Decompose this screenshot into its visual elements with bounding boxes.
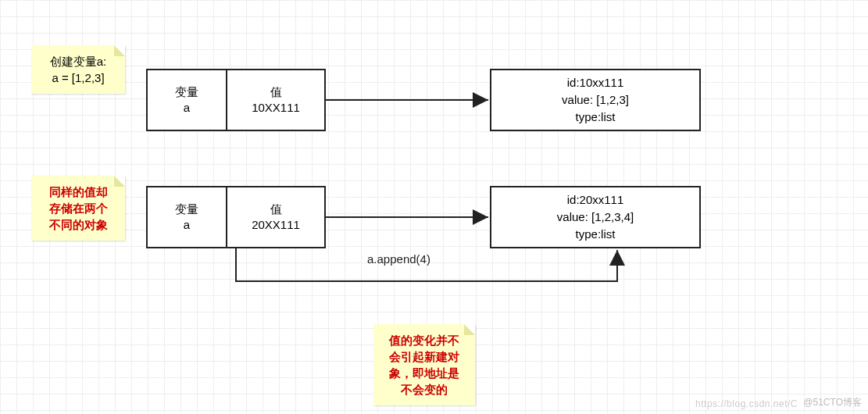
variable-box-row2: 变量 a 值 20XX111: [146, 186, 326, 248]
obj-type: type:list: [576, 226, 616, 243]
var-name: a: [184, 100, 190, 116]
watermark-51cto: @51CTO博客: [803, 396, 862, 409]
append-label: a.append(4): [367, 252, 430, 266]
variable-cell: 变量 a: [148, 70, 226, 130]
note-line: a = [1,2,3]: [52, 71, 104, 84]
var-label: 变量: [175, 84, 198, 100]
obj-value: value: [1,2,3]: [562, 91, 629, 109]
var-name: a: [184, 217, 190, 233]
watermark-csdn: https://blog.csdn.net/C: [695, 398, 798, 409]
note-line: 同样的值却: [49, 185, 108, 198]
object-box-row1: id:10xx111 value: [1,2,3] type:list: [490, 69, 701, 131]
note-line: 不会变的: [401, 383, 448, 396]
var-label: 变量: [175, 202, 198, 217]
variable-cell: 变量 a: [148, 187, 226, 247]
val-label: 值: [270, 84, 282, 100]
note-line: 创建变量a:: [50, 55, 107, 68]
obj-type: type:list: [576, 109, 616, 126]
obj-value: value: [1,2,3,4]: [557, 209, 634, 226]
obj-id: id:20xx111: [567, 191, 624, 209]
value-cell: 值 10XX111: [226, 70, 324, 130]
note-line: 会引起新建对: [389, 350, 459, 363]
note-same-value-diff-obj: 同样的值却 存储在两个 不同的对象: [31, 176, 125, 241]
note-value-change-no-new-object: 值的变化并不 会引起新建对 象，即地址是 不会变的: [373, 324, 475, 405]
val-value: 20XX111: [252, 217, 300, 233]
val-label: 值: [270, 202, 282, 217]
note-line: 值的变化并不: [389, 334, 459, 347]
note-line: 象，即地址是: [389, 366, 459, 380]
note-line: 存储在两个: [49, 202, 108, 215]
note-create-variable: 创建变量a: a = [1,2,3]: [31, 45, 125, 94]
variable-box-row1: 变量 a 值 10XX111: [146, 69, 326, 131]
obj-id: id:10xx111: [567, 74, 624, 91]
object-box-row2: id:20xx111 value: [1,2,3,4] type:list: [490, 186, 701, 248]
value-cell: 值 20XX111: [226, 187, 324, 247]
val-value: 10XX111: [252, 100, 300, 116]
note-line: 不同的对象: [49, 218, 108, 231]
